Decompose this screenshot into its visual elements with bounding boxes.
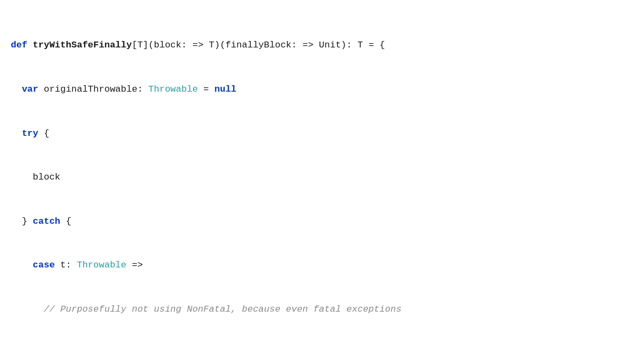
keyword-try: try (22, 128, 38, 139)
line-4: block (11, 170, 633, 184)
type-throwable: Throwable (148, 84, 198, 94)
keyword-null: null (215, 84, 237, 94)
function-name: tryWithSafeFinally (33, 40, 132, 50)
line-2: var originalThrowable: Throwable = null (11, 82, 633, 97)
line-6: case t: Throwable => (11, 258, 633, 272)
code-block: def tryWithSafeFinally[T](block: => T)(f… (0, 5, 644, 344)
keyword-var: var (22, 84, 38, 94)
type-param: [T] (132, 40, 148, 50)
line-1: def tryWithSafeFinally[T](block: => T)(f… (11, 38, 633, 52)
keyword-catch: catch (33, 216, 60, 226)
line-5: } catch { (11, 214, 633, 229)
keyword-case: case (33, 260, 55, 270)
keyword-def: def (11, 40, 28, 50)
comment-1: // Purposefully not using NonFatal, beca… (44, 304, 401, 314)
type-throwable-2: Throwable (77, 260, 126, 270)
line-3: try { (11, 126, 633, 141)
line-7: // Purposefully not using NonFatal, beca… (11, 302, 633, 317)
params: (block: => T)(finallyBlock: => Unit): T … (148, 40, 385, 50)
